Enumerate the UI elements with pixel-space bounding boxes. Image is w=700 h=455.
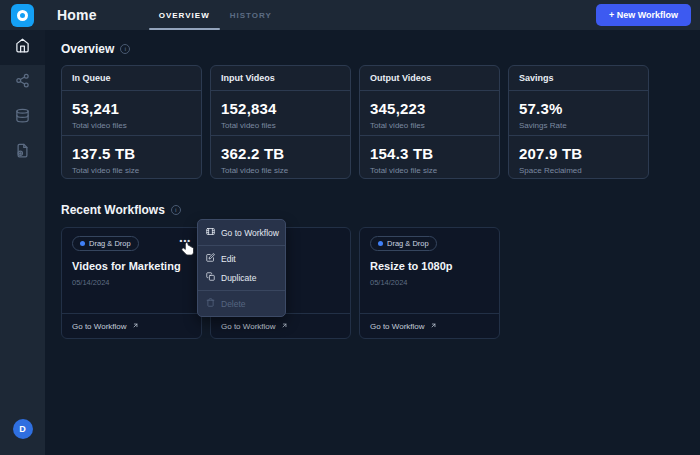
edit-icon bbox=[206, 253, 215, 264]
stat-card-output-videos: Output Videos 345,223Total video files 1… bbox=[359, 65, 500, 179]
kebab-menu-button[interactable]: ••• bbox=[180, 236, 191, 246]
workflow-title: Videos for Marketing bbox=[72, 260, 191, 272]
trash-icon bbox=[206, 298, 215, 309]
stat-card-title: Output Videos bbox=[360, 66, 499, 91]
database-icon bbox=[15, 108, 30, 127]
badge-dot-icon bbox=[378, 241, 383, 246]
go-to-workflow-link[interactable]: Go to Workflow bbox=[360, 313, 499, 338]
overview-heading: Overview bbox=[61, 42, 114, 56]
menu-item-go-to-workflow[interactable]: Go to Workflow bbox=[198, 223, 285, 242]
new-workflow-button[interactable]: + New Workflow bbox=[596, 4, 691, 26]
stat-value: 57.3% bbox=[519, 100, 638, 117]
home-icon bbox=[15, 38, 30, 57]
tab-history[interactable]: HISTORY bbox=[220, 0, 282, 30]
stat-value: 53,241 bbox=[72, 100, 191, 117]
overview-section-head: Overview i bbox=[61, 42, 684, 56]
nodes-icon bbox=[15, 73, 30, 92]
workflow-card-grid: Drag & Drop ••• Videos for Marketing 05/… bbox=[61, 227, 684, 339]
sidebar-item-workflows[interactable] bbox=[0, 65, 45, 100]
arrow-up-right-icon bbox=[281, 322, 288, 331]
stat-label: Total video file size bbox=[72, 166, 191, 175]
recent-section-head: Recent Workflows i bbox=[61, 203, 684, 217]
stat-label: Space Reclaimed bbox=[519, 166, 638, 175]
workflow-title: Resize to 1080p bbox=[370, 260, 489, 272]
user-avatar[interactable]: D bbox=[13, 419, 33, 439]
workflow-context-menu: Go to Workflow Edit Duplicate Delete bbox=[197, 219, 286, 317]
workflow-card[interactable]: Drag & Drop ••• Videos for Marketing 05/… bbox=[61, 227, 202, 339]
menu-item-delete[interactable]: Delete bbox=[198, 294, 285, 313]
workflow-type-badge: Drag & Drop bbox=[72, 236, 139, 251]
tab-overview[interactable]: OVERVIEW bbox=[149, 0, 220, 30]
top-bar: Home OVERVIEW HISTORY + New Workflow bbox=[45, 0, 700, 30]
stat-label: Total video files bbox=[72, 121, 191, 130]
logo-ring-icon bbox=[17, 10, 28, 21]
workflow-date: 05/14/2024 bbox=[72, 278, 191, 287]
menu-divider bbox=[198, 245, 285, 246]
arrow-up-right-icon bbox=[430, 322, 437, 331]
stat-card-input-videos: Input Videos 152,834Total video files 36… bbox=[210, 65, 351, 179]
sidebar-item-reports[interactable] bbox=[0, 135, 45, 170]
menu-item-duplicate[interactable]: Duplicate bbox=[198, 268, 285, 287]
app-window: D Home OVERVIEW HISTORY + New Workflow O… bbox=[0, 0, 700, 455]
stat-value: 154.3 TB bbox=[370, 145, 489, 162]
stat-value: 345,223 bbox=[370, 100, 489, 117]
copy-icon bbox=[206, 272, 215, 283]
stat-card-grid: In Queue 53,241Total video files 137.5 T… bbox=[61, 65, 684, 179]
stat-value: 362.2 TB bbox=[221, 145, 340, 162]
stat-card-title: In Queue bbox=[62, 66, 201, 91]
workflow-date: 05/14/2024 bbox=[370, 278, 489, 287]
arrow-up-right-icon bbox=[132, 322, 139, 331]
menu-item-edit[interactable]: Edit bbox=[198, 249, 285, 268]
sidebar: D bbox=[0, 0, 45, 455]
sidebar-item-storage[interactable] bbox=[0, 100, 45, 135]
stat-label: Total video file size bbox=[370, 166, 489, 175]
stat-label: Total video files bbox=[370, 121, 489, 130]
stat-card-title: Input Videos bbox=[211, 66, 350, 91]
stat-value: 207.9 TB bbox=[519, 145, 638, 162]
app-logo[interactable] bbox=[0, 0, 45, 30]
content-area: Overview i In Queue 53,241Total video fi… bbox=[45, 30, 700, 455]
stat-card-savings: Savings 57.3%Savings Rate 207.9 TBSpace … bbox=[508, 65, 649, 179]
stat-value: 152,834 bbox=[221, 100, 340, 117]
page-title: Home bbox=[57, 7, 97, 23]
info-icon[interactable]: i bbox=[171, 205, 181, 215]
recent-workflows-heading: Recent Workflows bbox=[61, 203, 165, 217]
stat-label: Total video file size bbox=[221, 166, 340, 175]
tab-bar: OVERVIEW HISTORY bbox=[149, 0, 282, 30]
main-area: Home OVERVIEW HISTORY + New Workflow Ove… bbox=[45, 0, 700, 455]
film-icon bbox=[206, 227, 215, 238]
stat-value: 137.5 TB bbox=[72, 145, 191, 162]
go-to-workflow-link[interactable]: Go to Workflow bbox=[62, 313, 201, 338]
badge-dot-icon bbox=[80, 241, 85, 246]
workflow-type-badge: Drag & Drop bbox=[370, 236, 437, 251]
stat-card-in-queue: In Queue 53,241Total video files 137.5 T… bbox=[61, 65, 202, 179]
stat-card-title: Savings bbox=[509, 66, 648, 91]
stat-label: Total video files bbox=[221, 121, 340, 130]
sidebar-item-home[interactable] bbox=[0, 30, 45, 65]
stat-label: Savings Rate bbox=[519, 121, 638, 130]
menu-divider bbox=[198, 290, 285, 291]
workflow-card[interactable]: Drag & Drop Resize to 1080p 05/14/2024 G… bbox=[359, 227, 500, 339]
info-icon[interactable]: i bbox=[120, 44, 130, 54]
invoice-icon bbox=[15, 143, 30, 162]
